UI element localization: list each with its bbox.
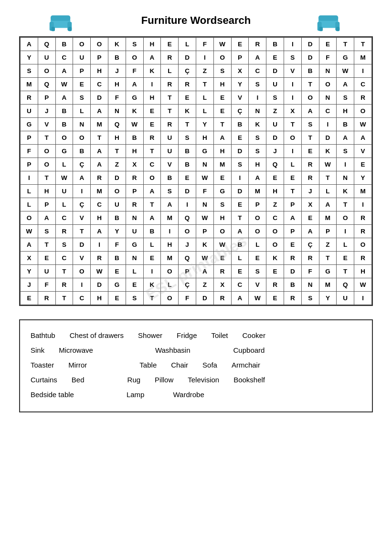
grid-cell-19-2: T — [55, 292, 73, 305]
word-curtains: Curtains — [31, 373, 57, 386]
grid-cell-13-5: B — [108, 211, 126, 225]
grid-cell-15-12: B — [231, 238, 249, 252]
grid-cell-18-5: G — [108, 278, 126, 292]
grid-cell-1-9: D — [179, 51, 196, 64]
grid-cell-5-13: N — [249, 105, 266, 118]
grid-cell-7-1: T — [38, 131, 55, 145]
grid-cell-6-16: S — [301, 118, 319, 131]
grid-cell-4-5: F — [108, 91, 126, 105]
grid-cell-12-4: C — [91, 198, 108, 211]
grid-cell-3-9: R — [179, 78, 196, 91]
grid-cell-5-5: N — [108, 105, 126, 118]
grid-cell-3-12: Y — [231, 78, 249, 91]
grid-cell-7-4: T — [91, 131, 108, 145]
grid-cell-17-7: I — [143, 265, 161, 278]
grid-cell-11-17: L — [319, 185, 337, 198]
grid-row-1: YUCUPBOARDIOPAESDFGM — [21, 51, 372, 64]
grid-cell-0-2: B — [55, 38, 73, 51]
grid-cell-10-18: N — [337, 171, 354, 185]
grid-cell-7-14: D — [266, 131, 284, 145]
svg-rect-11 — [336, 27, 340, 31]
grid-cell-10-5: D — [108, 171, 126, 185]
word-pillow: Pillow — [155, 373, 173, 386]
grid-cell-9-9: B — [179, 158, 196, 171]
grid-cell-5-15: X — [284, 105, 301, 118]
grid-row-4: RPASDFGHTELEVISIONSR — [21, 91, 372, 105]
grid-cell-1-1: U — [38, 51, 55, 64]
grid-row-9: POLÇAZXCVBNMSHQLRWIE — [21, 158, 372, 171]
grid-cell-14-12: A — [231, 225, 249, 238]
grid-cell-6-0: G — [21, 118, 38, 131]
grid-cell-12-11: S — [213, 198, 231, 211]
grid-cell-7-16: T — [301, 131, 319, 145]
grid-cell-3-15: I — [284, 78, 301, 91]
wordsearch-grid: AQBOOKSHELFWERBIDETTYUCUPBOARDIOPAESDFGM… — [19, 36, 373, 306]
word-bed: Bed — [72, 373, 85, 386]
grid-cell-11-13: M — [249, 185, 266, 198]
grid-cell-14-6: U — [126, 225, 143, 238]
grid-cell-0-11: W — [213, 38, 231, 51]
grid-cell-18-3: I — [73, 278, 91, 292]
word-microwave: Microwave — [59, 344, 93, 357]
grid-cell-2-11: S — [213, 64, 231, 78]
grid-cell-6-18: B — [337, 118, 354, 131]
grid-cell-9-17: W — [319, 158, 337, 171]
grid-cell-2-5: J — [108, 64, 126, 78]
grid-cell-9-5: Z — [108, 158, 126, 171]
grid-cell-2-3: P — [73, 64, 91, 78]
grid-cell-13-17: M — [319, 211, 337, 225]
grid-cell-11-3: I — [73, 185, 91, 198]
grid-cell-11-1: H — [38, 185, 55, 198]
grid-cell-8-18: S — [337, 145, 354, 158]
grid-cell-10-6: R — [126, 171, 143, 185]
grid-cell-6-4: M — [91, 118, 108, 131]
grid-cell-10-13: A — [249, 171, 266, 185]
grid-cell-2-9: Ç — [179, 64, 196, 78]
grid-cell-13-7: A — [143, 211, 161, 225]
grid-cell-12-13: P — [249, 198, 266, 211]
grid-row-8: FOGBATHTUBGHDSJIEKSV — [21, 145, 372, 158]
grid-cell-7-17: D — [319, 131, 337, 145]
grid-cell-10-4: R — [91, 171, 108, 185]
grid-cell-7-10: H — [196, 131, 213, 145]
grid-cell-4-10: L — [196, 91, 213, 105]
grid-cell-18-11: X — [213, 278, 231, 292]
grid-cell-14-7: B — [143, 225, 161, 238]
grid-cell-13-12: T — [231, 211, 249, 225]
word-cupboard: Cupboard — [233, 344, 265, 357]
grid-cell-17-4: W — [91, 265, 108, 278]
grid-cell-13-16: E — [301, 211, 319, 225]
grid-cell-10-12: I — [231, 171, 249, 185]
grid-cell-3-17: O — [319, 78, 337, 91]
grid-cell-0-14: B — [266, 38, 284, 51]
grid-cell-17-8: O — [161, 265, 179, 278]
grid-cell-12-0: L — [21, 198, 38, 211]
grid-cell-5-11: E — [213, 105, 231, 118]
grid-cell-9-6: X — [126, 158, 143, 171]
grid-cell-19-9: F — [179, 292, 196, 305]
grid-row-14: WSRTAYUBIOPOAOOPAPIR — [21, 225, 372, 238]
grid-cell-6-6: W — [126, 118, 143, 131]
word-bookshelf: Bookshelf — [233, 373, 265, 386]
grid-cell-6-1: V — [38, 118, 55, 131]
grid-cell-12-16: X — [301, 198, 319, 211]
grid-cell-14-18: I — [337, 225, 354, 238]
grid-cell-12-6: R — [126, 198, 143, 211]
grid-row-11: LHUIMOPASDFGDMHTJLKM — [21, 185, 372, 198]
grid-cell-16-13: E — [249, 252, 266, 265]
word-chest-of-drawers: Chest of drawers — [70, 329, 124, 342]
grid-cell-12-17: A — [319, 198, 337, 211]
grid-cell-12-12: E — [231, 198, 249, 211]
grid-cell-2-17: N — [319, 64, 337, 78]
grid-cell-0-5: K — [108, 38, 126, 51]
grid-cell-12-10: N — [196, 198, 213, 211]
grid-cell-14-19: R — [354, 225, 372, 238]
grid-cell-3-1: Q — [38, 78, 55, 91]
grid-cell-5-16: A — [301, 105, 319, 118]
word-bathtub: Bathtub — [31, 329, 55, 342]
grid-cell-7-2: O — [55, 131, 73, 145]
grid-cell-7-15: O — [284, 131, 301, 145]
grid-cell-5-2: B — [55, 105, 73, 118]
grid-cell-19-13: W — [249, 292, 266, 305]
wordlist-row-4: Curtains Bed Rug Pillow Television Books… — [31, 373, 361, 386]
